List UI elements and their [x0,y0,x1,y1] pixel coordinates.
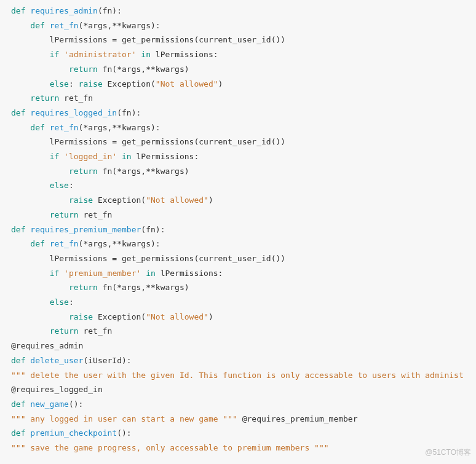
code-line: if 'premium_member' in lPermissions: [11,269,223,278]
code-token: delete_user [30,356,83,365]
code-token: in [122,152,132,161]
code-token: def [11,108,30,117]
code-token: return [69,283,98,292]
code-token: (): [117,428,131,438]
code-token [11,65,69,74]
code-line: """ any logged in user can start a new g… [11,414,358,423]
code-token: ret_fn [50,123,79,132]
code-token: ) [208,195,213,205]
code-token: def [11,356,30,365]
code-token: : [69,297,74,307]
code-line: return fn(*args,**kwargs) [11,283,189,292]
code-line: lPermissions = get_permissions(current_u… [11,35,285,44]
code-token [11,312,69,321]
code-token [11,123,30,132]
code-line: """ save the game progress, only accessa… [11,443,329,452]
code-token: if [50,269,64,278]
code-token: premium_checkpoint [30,428,117,438]
code-line: return ret_fn [11,93,93,103]
code-token: in [146,269,156,278]
code-token [117,152,122,161]
code-line: else: [11,181,74,190]
code-token: @requires_premium_member [237,414,358,423]
code-token: @requires_logged_in [11,385,103,394]
code-line: lPermissions = get_permissions(current_u… [11,137,285,146]
code-token: fn(*args,**kwargs) [98,283,189,292]
code-token: : [69,79,79,88]
code-token: raise [79,79,103,88]
code-line: return ret_fn [11,210,112,219]
code-token: ret_fn [79,326,113,336]
code-token: fn(*args,**kwargs) [98,167,189,176]
code-token: ) [218,79,223,88]
code-token: """ any logged in user can start a new g… [11,414,237,423]
code-line: return ret_fn [11,326,112,336]
code-token: (fn): [141,225,165,234]
code-token [11,50,50,59]
code-token: "Not allowed" [156,79,218,88]
code-token: new_game [30,399,69,409]
code-line: """ delete the user with the given Id. T… [11,371,464,380]
code-line: if 'administrator' in lPermissions: [11,50,218,59]
code-token: """ delete the user with the given Id. T… [11,371,464,380]
code-token: "Not allowed" [146,312,208,321]
code-token: : [69,181,74,190]
code-token: requires_admin [30,6,98,15]
code-line: return fn(*args,**kwargs) [11,167,189,176]
code-token: else [50,181,69,190]
code-token: """ save the game progress, only accessa… [11,443,329,452]
code-token: if [50,152,64,161]
code-token: (*args,**kwargs): [79,21,161,30]
code-token [11,239,30,248]
code-token: return [69,167,98,176]
code-line: def requires_admin(fn): [11,6,122,15]
code-token: lPermissions = get_permissions(current_u… [11,137,285,146]
code-token: 'premium_member' [64,269,141,278]
code-block: def requires_admin(fn): def ret_fn(*args… [0,0,476,455]
code-line: lPermissions = get_permissions(current_u… [11,254,285,263]
code-token: 'administrator' [64,50,136,59]
code-token: def [11,225,30,234]
code-line: def premium_checkpoint(): [11,428,132,438]
code-token: def [11,399,30,409]
code-token: requires_premium_member [30,225,141,234]
code-token: if [50,50,64,59]
code-token [11,152,50,161]
code-token [11,181,50,190]
code-token: return [50,210,79,219]
code-token: requires_logged_in [30,108,117,117]
code-line: def ret_fn(*args,**kwargs): [11,239,161,248]
code-line: else: [11,297,74,307]
code-line: def requires_premium_member(fn): [11,225,165,234]
code-token: Exception( [93,312,146,321]
code-token: def [30,21,49,30]
code-line: def ret_fn(*args,**kwargs): [11,21,161,30]
code-line: else: raise Exception("Not allowed") [11,79,223,88]
code-token: (*args,**kwargs): [79,123,161,132]
code-token: def [30,123,49,132]
code-token: return [30,93,59,103]
code-token [11,93,30,103]
code-token: (fn): [117,108,141,117]
code-token [11,326,50,336]
code-token: in [141,50,151,59]
code-token [11,210,50,219]
code-token [141,269,146,278]
code-token [11,269,50,278]
code-token: ) [208,312,213,321]
code-line: def ret_fn(*args,**kwargs): [11,123,161,132]
code-token: "Not allowed" [146,195,208,205]
code-token: @requires_admin [11,341,83,350]
code-token [11,297,50,307]
code-token: else [50,79,69,88]
code-token: (): [69,399,83,409]
code-token: Exception( [93,195,146,205]
code-token: lPermissions = get_permissions(current_u… [11,254,285,263]
code-token [11,195,69,205]
code-token: lPermissions: [156,269,223,278]
code-line: raise Exception("Not allowed") [11,195,213,205]
code-token: ret_fn [59,93,93,103]
code-token: raise [69,195,93,205]
code-token: raise [69,312,93,321]
code-token: return [50,326,79,336]
